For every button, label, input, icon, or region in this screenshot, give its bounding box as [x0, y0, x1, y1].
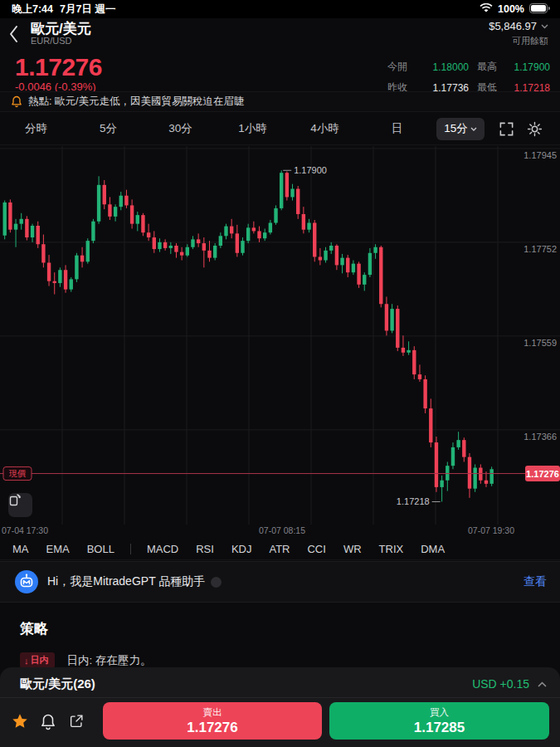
header: 歐元/美元 EUR/USD $5,846.97 可用餘額	[0, 18, 560, 53]
indicator-boll[interactable]: BOLL	[87, 543, 114, 555]
stat-value-open: 1.18000	[416, 61, 469, 73]
assistant-banner[interactable]: Hi，我是MitradeGPT 品種助手 查看	[0, 561, 560, 603]
svg-text:1.17752: 1.17752	[523, 244, 557, 254]
wifi-icon	[480, 3, 493, 16]
trading-app: 晚上7:44 7月7日 週一 100% 歐元/美元 EUR/USD $5,846…	[0, 0, 560, 747]
favorite-button[interactable]	[6, 709, 34, 734]
view-link[interactable]: 查看	[523, 574, 547, 589]
tab-1hour[interactable]: 1小時	[217, 121, 289, 136]
interval-selected: 15分	[444, 121, 468, 136]
tab-30min[interactable]: 30分	[144, 121, 217, 136]
rotate-screen-icon	[8, 493, 22, 506]
interval-dropdown[interactable]: 15分	[436, 118, 485, 140]
svg-text:1.17366: 1.17366	[523, 432, 557, 442]
intraday-badge-label: 日内	[31, 654, 49, 666]
clock: 晚上7:44	[12, 2, 53, 17]
tab-timeline[interactable]: 分時	[0, 121, 72, 136]
back-button[interactable]	[8, 25, 25, 45]
stat-label-open: 今開	[387, 60, 407, 74]
svg-text:1.17559: 1.17559	[523, 338, 557, 348]
indicator-kdj[interactable]: KDJ	[231, 543, 252, 555]
tab-4hour[interactable]: 4小時	[289, 121, 361, 136]
timeframe-tabs: 分時 5分 30分 1小時 4小時 日 15分	[0, 113, 560, 145]
x-axis-label-mid: 07-07 08:15	[249, 525, 315, 535]
chevron-down-icon	[541, 24, 548, 29]
share-icon	[68, 713, 85, 730]
gear-icon[interactable]	[527, 121, 543, 137]
svg-text:1.17276: 1.17276	[526, 469, 559, 479]
strategy-heading: 策略	[20, 619, 48, 638]
tab-5min[interactable]: 5分	[72, 121, 144, 136]
star-icon	[11, 712, 29, 730]
battery-percent: 100%	[498, 3, 524, 15]
balance-dropdown[interactable]: $5,846.97 可用餘額	[489, 20, 548, 47]
news-ticker[interactable]: 熱點: 歐元/美元走低，因美國貿易關稅迫在眉睫	[0, 91, 560, 112]
news-headline: 熱點: 歐元/美元走低，因美國貿易關稅迫在眉睫	[28, 95, 244, 109]
fullscreen-icon[interactable]	[499, 121, 514, 137]
battery-icon	[529, 3, 550, 16]
indicator-cci[interactable]: CCI	[307, 543, 325, 555]
chevron-up-icon[interactable]	[538, 681, 547, 687]
rotate-screen-button[interactable]	[8, 493, 32, 517]
sell-button[interactable]: 賣出 1.17276	[103, 702, 322, 740]
svg-text:1.17218: 1.17218	[397, 496, 430, 506]
mitrade-gpt-icon	[15, 570, 38, 593]
svg-text:1.17945: 1.17945	[523, 150, 557, 160]
indicator-divider	[130, 544, 131, 554]
strategy-text: 日内: 存在壓力。	[67, 653, 152, 668]
tab-day[interactable]: 日	[361, 121, 433, 136]
indicator-atr[interactable]: ATR	[269, 543, 290, 555]
sell-price: 1.17276	[187, 720, 237, 736]
info-badge-icon	[211, 577, 222, 588]
indicator-ema[interactable]: EMA	[46, 543, 70, 555]
stat-label-high: 最高	[477, 60, 497, 74]
indicator-bar: MA EMA BOLL MACD RSI KDJ ATR CCI WR TRIX…	[0, 538, 560, 560]
indicator-trix[interactable]: TRIX	[379, 543, 404, 555]
divider	[0, 697, 560, 698]
x-axis: 07-04 17:30 07-07 08:15 07-07 19:30	[0, 525, 560, 538]
indicator-ma[interactable]: MA	[12, 543, 29, 555]
trade-sheet: 歐元/美元(26) USD +0.15 賣出 1.17276 買入 1.1728…	[0, 667, 560, 747]
assistant-greeting: Hi，我是MitradeGPT 品種助手	[47, 574, 205, 589]
sell-label: 賣出	[203, 706, 222, 719]
bell-icon	[40, 713, 56, 730]
arrow-down-icon: ↓	[24, 656, 29, 666]
stat-value-high: 1.17900	[505, 61, 550, 73]
balance-label: 可用餘額	[489, 35, 548, 47]
candlestick-chart[interactable]: 1.179451.177521.175591.173661.179001.172…	[0, 146, 560, 525]
indicator-dma[interactable]: DMA	[421, 543, 445, 555]
chevron-down-icon	[470, 127, 477, 131]
buy-label: 買入	[430, 706, 449, 719]
usd-change: USD +0.15	[472, 677, 529, 691]
x-axis-label-start: 07-04 17:30	[2, 525, 48, 535]
strategy-row: ↓ 日内 日内: 存在壓力。	[20, 652, 152, 668]
buy-button[interactable]: 買入 1.17285	[329, 702, 549, 740]
indicator-wr[interactable]: WR	[343, 543, 362, 555]
symbol-code: EUR/USD	[31, 36, 72, 46]
trade-sheet-title: 歐元/美元(26)	[20, 676, 95, 692]
date: 7月7日 週一	[60, 2, 115, 17]
svg-text:1.17900: 1.17900	[294, 165, 327, 175]
balance-amount: $5,846.97	[489, 20, 537, 32]
indicator-rsi[interactable]: RSI	[196, 543, 214, 555]
x-axis-label-end: 07-07 19:30	[461, 525, 521, 535]
buy-price: 1.17285	[414, 720, 465, 736]
bell-icon	[11, 95, 22, 108]
quote-stats: 今開 1.18000 最高 1.17900 昨收 1.17736 最低 1.17…	[387, 60, 550, 95]
indicator-macd[interactable]: MACD	[147, 543, 178, 555]
status-bar: 晚上7:44 7月7日 週一 100%	[0, 0, 560, 18]
share-button[interactable]	[62, 709, 90, 734]
svg-text:現價: 現價	[8, 469, 26, 478]
current-price: 1.17276	[15, 53, 102, 81]
intraday-badge: ↓ 日内	[20, 652, 55, 668]
alert-button[interactable]	[34, 709, 62, 734]
